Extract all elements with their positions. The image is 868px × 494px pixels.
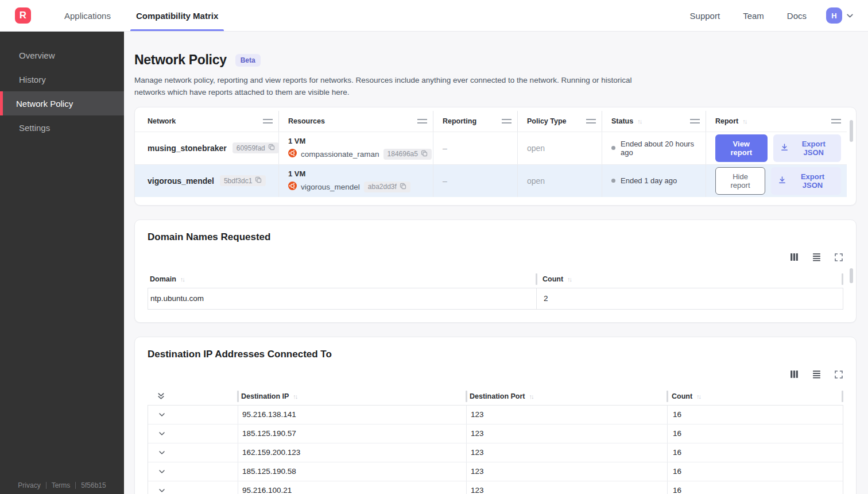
table-row[interactable]: 95.216.100.21 123 16: [148, 481, 843, 494]
sidebar-footer: Privacy Terms 5f56b15: [0, 481, 124, 489]
network-row[interactable]: musing_stonebraker 60959fad 1 VM compass…: [135, 132, 847, 164]
app-logo[interactable]: R: [15, 7, 31, 24]
destination-ip-cell: 95.216.138.141: [238, 406, 466, 424]
download-icon: [778, 176, 786, 186]
rows-density-icon[interactable]: [812, 369, 822, 379]
table-row[interactable]: 185.125.190.58 123 16: [148, 462, 843, 481]
networks-table: Network Resources Reporting Policy Type …: [135, 111, 847, 197]
chevron-down-icon[interactable]: [155, 467, 166, 476]
export-json-button[interactable]: Export JSON: [771, 167, 841, 195]
rows-density-icon[interactable]: [812, 252, 822, 262]
column-label: Network: [148, 117, 176, 125]
terms-link[interactable]: Terms: [46, 481, 76, 489]
column-header-destination-port[interactable]: Destination Port ↑↓: [466, 388, 666, 405]
sort-icon[interactable]: ↑↓: [293, 393, 297, 400]
expand-all-icon[interactable]: [154, 392, 165, 400]
privacy-link[interactable]: Privacy: [13, 481, 45, 489]
sort-icon[interactable]: ↑↓: [696, 393, 700, 400]
destination-port-cell: 123: [466, 424, 667, 443]
tab-compatibility-matrix[interactable]: Compatibility Matrix: [130, 0, 224, 31]
vm-count: 1 VM: [288, 137, 305, 145]
chevron-down-icon[interactable]: [155, 429, 166, 438]
copy-icon[interactable]: [268, 144, 275, 152]
scrollbar-thumb[interactable]: [850, 120, 853, 142]
column-resize-handle-icon[interactable]: [417, 119, 427, 124]
view-report-button[interactable]: View report: [715, 134, 768, 162]
count-cell: 16: [667, 406, 843, 424]
sort-icon[interactable]: ↑↓: [742, 118, 746, 125]
policy-type-value: open: [527, 144, 545, 153]
column-divider[interactable]: [237, 391, 239, 402]
columns-icon[interactable]: [789, 252, 799, 262]
column-header-destination-ip[interactable]: Destination IP ↑↓: [237, 388, 466, 405]
export-json-label: Export JSON: [791, 172, 834, 190]
sort-icon[interactable]: ↑↓: [180, 276, 184, 283]
copy-icon[interactable]: [400, 183, 406, 191]
column-header-domain[interactable]: Domain ↑↓: [148, 271, 536, 288]
column-divider[interactable]: [666, 391, 668, 402]
column-header-resources: Resources: [278, 111, 433, 132]
avatar[interactable]: H: [826, 7, 842, 24]
table-row[interactable]: 162.159.200.123 123 16: [148, 443, 843, 462]
column-divider[interactable]: [842, 391, 843, 402]
column-resize-handle-icon[interactable]: [263, 119, 273, 124]
report-cell: View report Export JSON: [706, 132, 847, 164]
table-row[interactable]: 185.125.190.57 123 16: [148, 424, 843, 443]
link-docs[interactable]: Docs: [787, 11, 807, 21]
sort-icon[interactable]: ↑↓: [529, 393, 533, 400]
chevron-down-icon[interactable]: [155, 486, 166, 494]
column-resize-handle-icon[interactable]: [586, 119, 596, 124]
fullscreen-icon[interactable]: [834, 370, 843, 379]
column-header-count[interactable]: Count ↑↓: [536, 271, 843, 288]
sidebar-item-settings[interactable]: Settings: [0, 115, 124, 140]
resource-line: vigorous_mendel aba2dd3f: [288, 182, 410, 192]
column-resize-handle-icon[interactable]: [502, 119, 512, 124]
port-value: 123: [471, 467, 484, 476]
destinations-table-body: 95.216.138.141 123 16 185.125.190.57 123…: [148, 405, 843, 494]
sidebar-item-history[interactable]: History: [0, 67, 124, 91]
port-value: 123: [471, 486, 484, 494]
status-dot: [611, 146, 615, 150]
resource-id: aba2dd3f: [368, 183, 397, 191]
count-cell: 16: [667, 481, 843, 494]
tab-applications[interactable]: Applications: [59, 0, 117, 31]
destination-ip-cell: 162.159.200.123: [238, 443, 466, 462]
fullscreen-icon[interactable]: [834, 253, 843, 262]
column-divider[interactable]: [536, 273, 537, 285]
export-json-label: Export JSON: [793, 140, 834, 157]
network-row[interactable]: vigorous_mendel 5bdf3dc1 1 VM vigorous_m…: [135, 164, 847, 197]
column-label: Policy Type: [527, 117, 567, 125]
sort-icon[interactable]: ↑↓: [567, 276, 571, 283]
table-row[interactable]: ntp.ubuntu.com 2: [148, 288, 843, 309]
vm-count: 1 VM: [288, 169, 305, 178]
table-row[interactable]: 95.216.138.141 123 16: [148, 406, 843, 424]
column-divider[interactable]: [466, 391, 467, 402]
sidebar-item-overview[interactable]: Overview: [0, 43, 124, 67]
hide-report-button[interactable]: Hide report: [715, 167, 765, 195]
scrollbar-thumb[interactable]: [850, 268, 853, 283]
column-divider[interactable]: [842, 273, 843, 285]
count-cell: 16: [667, 443, 843, 462]
copy-icon[interactable]: [255, 176, 262, 185]
count-value: 16: [673, 410, 681, 419]
column-header-count[interactable]: Count ↑↓: [666, 388, 843, 405]
export-json-button[interactable]: Export JSON: [773, 134, 841, 162]
chevron-down-icon[interactable]: [155, 410, 166, 419]
copy-icon[interactable]: [421, 150, 428, 159]
column-header-report[interactable]: Report ↑↓: [706, 111, 847, 132]
resource-name: vigorous_mendel: [301, 183, 360, 191]
columns-icon[interactable]: [789, 369, 799, 379]
column-resize-handle-icon[interactable]: [831, 119, 841, 124]
port-value: 123: [471, 429, 484, 438]
column-resize-handle-icon[interactable]: [690, 119, 700, 124]
sidebar-item-network-policy[interactable]: Network Policy: [0, 91, 124, 115]
link-team[interactable]: Team: [743, 11, 764, 21]
sort-icon[interactable]: ↑↓: [637, 118, 641, 125]
link-support[interactable]: Support: [690, 11, 720, 21]
column-header-status[interactable]: Status ↑↓: [602, 111, 706, 132]
chevron-down-icon[interactable]: [155, 448, 166, 457]
ubuntu-icon: [288, 149, 297, 160]
chevron-down-icon[interactable]: [846, 11, 854, 20]
domains-card: Domain Names Requested Domain ↑↓ Count ↑…: [134, 219, 857, 323]
network-name-cell: musing_stonebraker 60959fad: [135, 132, 278, 164]
